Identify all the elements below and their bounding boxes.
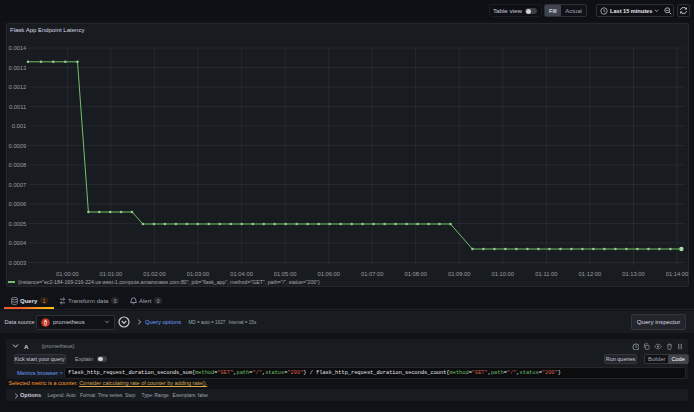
- svg-text:01:01:00: 01:01:00: [100, 271, 123, 277]
- svg-text:01:14:00: 01:14:00: [666, 271, 689, 277]
- svg-text:01:06:00: 01:06:00: [317, 271, 340, 277]
- svg-text:01:13:00: 01:13:00: [622, 271, 645, 277]
- svg-text:01:05:00: 01:05:00: [274, 271, 297, 277]
- svg-text:01:02:00: 01:02:00: [143, 271, 166, 277]
- svg-text:01:08:00: 01:08:00: [404, 271, 427, 277]
- svg-text:0.001: 0.001: [12, 123, 27, 129]
- svg-text:0.0008: 0.0008: [9, 162, 27, 168]
- svg-text:0.0007: 0.0007: [9, 182, 27, 188]
- svg-text:01:04:00: 01:04:00: [230, 271, 253, 277]
- svg-text:0.0004: 0.0004: [9, 240, 28, 246]
- svg-text:01:10:00: 01:10:00: [492, 271, 515, 277]
- svg-text:0.0005: 0.0005: [9, 221, 27, 227]
- svg-text:01:03:00: 01:03:00: [187, 271, 210, 277]
- svg-text:0.0003: 0.0003: [9, 260, 27, 266]
- svg-text:0.0012: 0.0012: [9, 84, 27, 90]
- svg-text:01:00:00: 01:00:00: [56, 271, 79, 277]
- svg-text:01:07:00: 01:07:00: [361, 271, 384, 277]
- svg-text:0.0009: 0.0009: [9, 143, 27, 149]
- svg-text:01:12:00: 01:12:00: [579, 271, 602, 277]
- svg-text:01:11:00: 01:11:00: [535, 271, 557, 277]
- svg-text:0.0011: 0.0011: [9, 104, 26, 110]
- svg-text:01:09:00: 01:09:00: [448, 271, 471, 277]
- svg-text:0.0014: 0.0014: [9, 45, 28, 51]
- svg-text:0.0006: 0.0006: [9, 201, 27, 207]
- svg-text:0.0013: 0.0013: [9, 65, 27, 71]
